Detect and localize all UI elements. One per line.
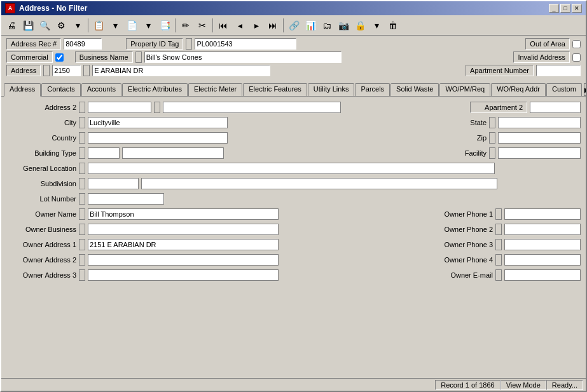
invalid-address-checkbox[interactable] [572,53,581,62]
link-button[interactable]: 🔗 [286,18,301,33]
tab-utility-links[interactable]: Utility Links [308,83,355,96]
owner-address1-input[interactable] [88,239,279,250]
owner-phone2-input[interactable] [504,224,581,235]
row-owner-address2: Owner Address 2 Owner Phone 4 [6,254,581,266]
edit-button[interactable]: ✏ [178,18,193,33]
dropdown3-button[interactable]: ▾ [141,18,156,33]
owner-phone3-input[interactable] [504,239,581,250]
dropdown1-button[interactable]: ▾ [70,18,85,33]
tab-contacts[interactable]: Contacts [41,83,80,96]
address2-input1[interactable] [88,102,151,113]
owner-phone1-marker [495,208,502,220]
out-of-area-checkbox[interactable] [572,40,581,48]
building-type-input1[interactable] [88,147,120,159]
title-bar: A Address - No Filter _ □ ✕ [1,1,586,15]
close-button[interactable]: ✕ [572,4,582,13]
prev-record-button[interactable]: ◂ [232,18,247,33]
address-label: Address [6,65,41,76]
owner-address2-input[interactable] [88,254,279,266]
row-lot-number: Lot Number [6,193,581,205]
address-rec-label: Address Rec # [6,38,61,50]
tab-accounts[interactable]: Accounts [81,83,121,96]
chart-button[interactable]: 📊 [303,18,318,33]
address2-input2[interactable] [163,102,341,113]
owner-address3-marker [79,269,85,281]
owner-phone4-label: Owner Phone 4 [429,256,493,264]
owner-address3-label: Owner Address 3 [6,271,76,279]
maximize-button[interactable]: □ [560,4,570,13]
facility-input[interactable] [498,147,581,159]
tab-electric-meter[interactable]: Electric Meter [188,83,242,96]
row-owner-business: Owner Business Owner Phone 2 [6,224,581,235]
country-input[interactable] [88,132,228,144]
owner-name-input[interactable] [88,208,279,220]
out-of-area-label: Out of Area [525,38,570,50]
dropdown2-button[interactable]: ▾ [107,18,123,33]
lock-button[interactable]: 🔒 [352,18,368,33]
tab-solid-waste[interactable]: Solid Waste [390,83,439,96]
first-record-button[interactable]: ⏮ [216,18,231,33]
save-button[interactable]: 💾 [20,18,36,33]
property-id-input[interactable] [195,38,296,50]
dropdown4-button[interactable]: ▾ [369,18,384,33]
owner-business-input[interactable] [88,224,279,235]
apartment-number-label: Apartment Number [466,65,534,76]
building-type-input2[interactable] [122,147,224,159]
apartment2-label: Apartment 2 [470,102,527,113]
tab-scroll-right[interactable]: ▶ [584,83,587,96]
minimize-button[interactable]: _ [549,4,559,13]
owner-name-label: Owner Name [6,210,76,218]
zip-input[interactable] [498,132,581,144]
owner-phone1-input[interactable] [504,208,581,220]
subdivision-input2[interactable] [141,178,497,189]
tab-wo-req-addr[interactable]: WO/Req Addr [491,83,546,96]
business-name-input[interactable] [144,51,342,63]
state-input[interactable] [498,117,581,128]
folder-button[interactable]: 🗂 [319,18,335,33]
tab-wo-pm-req[interactable]: WO/PM/Req [439,83,490,96]
camera-button[interactable]: 📷 [336,18,351,33]
general-location-marker [79,163,85,174]
row-owner-address1: Owner Address 1 Owner Phone 3 [6,239,581,250]
address-rec-input[interactable] [64,38,102,50]
tab-address[interactable]: Address [4,83,41,97]
city-label: City [6,119,76,126]
country-marker [79,132,85,144]
search-button[interactable]: 🔍 [37,18,52,33]
owner-phone4-input[interactable] [504,254,581,266]
main-window: A Address - No Filter _ □ ✕ 🖨 💾 🔍 ⚙ ▾ 📋 … [0,0,587,392]
delete-button[interactable]: 🗑 [385,18,401,33]
next-record-button[interactable]: ▸ [249,18,264,33]
tab-parcels[interactable]: Parcels [355,83,390,96]
record-status: Record 1 of 1866 [435,380,500,390]
window-title: Address - No Filter [19,4,87,13]
commercial-checkbox[interactable] [55,53,64,62]
title-controls: _ □ ✕ [549,4,582,13]
last-record-button[interactable]: ⏭ [265,18,280,33]
apartment2-input[interactable] [530,102,581,113]
owner-address3-input[interactable] [88,269,279,281]
cut-button[interactable]: ✂ [195,18,210,33]
clipboard-button[interactable]: 📋 [91,18,106,33]
owner-email-input[interactable] [504,269,581,281]
tab-electric-features[interactable]: Electric Features [243,83,307,96]
owner-business-label: Owner Business [6,226,76,233]
tab-electric-attributes[interactable]: Electric Attributes [122,83,188,96]
apartment-number-input[interactable] [536,65,581,76]
pages-button[interactable]: 📑 [157,18,172,33]
doc-button[interactable]: 📄 [124,18,139,33]
address-street-input[interactable] [92,65,270,76]
general-location-input[interactable] [88,163,495,174]
lot-number-input[interactable] [88,193,164,205]
subdivision-input1[interactable] [88,178,139,189]
address-marker1 [43,65,50,76]
print-button[interactable]: 🖨 [4,18,19,33]
owner-phone3-marker [495,239,502,250]
sep4 [283,18,284,32]
sep1 [88,18,88,32]
gear-button[interactable]: ⚙ [53,18,69,33]
city-input[interactable] [88,117,228,128]
address-num-input[interactable] [52,65,81,76]
tab-custom[interactable]: Custom [546,83,582,96]
header-area: Address Rec # Property ID Tag Out of Are… [1,36,586,81]
